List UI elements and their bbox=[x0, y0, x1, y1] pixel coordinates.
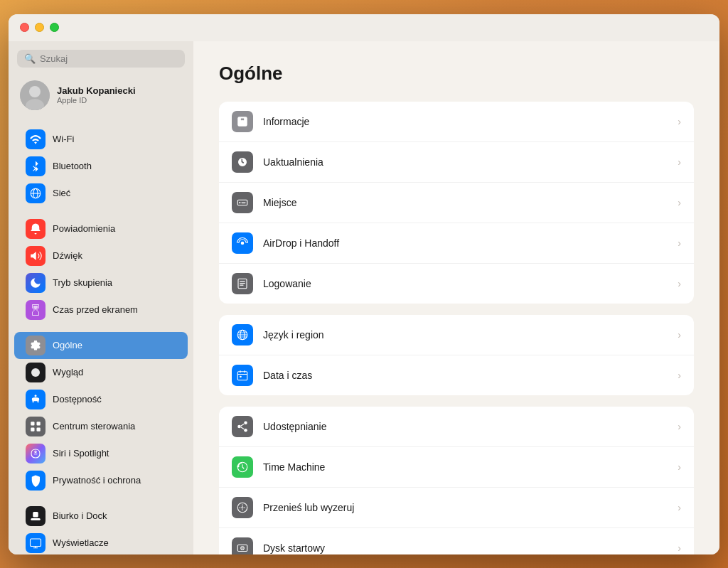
svg-rect-12 bbox=[37, 427, 41, 431]
search-input[interactable] bbox=[40, 53, 178, 64]
chevron-icon: › bbox=[678, 370, 681, 381]
svg-line-45 bbox=[241, 427, 245, 429]
chevron-icon: › bbox=[678, 116, 681, 127]
sidebar-item-tryb-skupienia[interactable]: Tryb skupienia bbox=[14, 269, 188, 296]
user-info: Jakub Kopaniecki Apple ID bbox=[57, 85, 136, 105]
row-label: Uaktualnienia bbox=[263, 156, 668, 168]
sidebar-item-label: Ogólne bbox=[53, 340, 82, 350]
settings-row-logowanie[interactable]: Logowanie › bbox=[219, 264, 694, 304]
svg-rect-29 bbox=[240, 282, 245, 283]
sidebar-item-label: Wygląd bbox=[53, 367, 83, 377]
svg-line-44 bbox=[241, 424, 245, 426]
title-bar bbox=[9, 14, 719, 41]
settings-row-timemachine[interactable]: Time Machine › bbox=[219, 447, 694, 488]
chevron-icon: › bbox=[678, 329, 681, 341]
sidebar-item-label: Siri i Spotlight bbox=[53, 448, 109, 459]
svg-rect-20 bbox=[241, 118, 245, 119]
sidebar-item-czas-ekran[interactable]: Czas przed ekranem bbox=[14, 296, 188, 323]
sidebar: 🔍 Jakub Kopaniecki Apple ID bbox=[9, 41, 193, 554]
sidebar-item-dzwiek[interactable]: Dźwięk bbox=[14, 242, 188, 269]
system-preferences-window: 🔍 Jakub Kopaniecki Apple ID bbox=[9, 14, 719, 554]
row-label: AirDrop i Handoff bbox=[263, 237, 668, 249]
svg-point-43 bbox=[244, 429, 247, 432]
bluetooth-icon bbox=[26, 156, 46, 176]
privacy-icon bbox=[26, 471, 46, 491]
gear-icon bbox=[26, 336, 46, 355]
sidebar-item-wifi[interactable]: Wi-Fi bbox=[14, 126, 188, 153]
control-center-icon bbox=[26, 417, 46, 436]
close-button[interactable] bbox=[20, 23, 29, 32]
accessibility-icon bbox=[26, 390, 46, 409]
sidebar-item-biurko[interactable]: Biurko i Dock bbox=[14, 503, 188, 530]
sidebar-item-dostepnosc[interactable]: Dostępność bbox=[14, 386, 188, 413]
search-bar[interactable]: 🔍 bbox=[17, 50, 185, 68]
sidebar-item-wyglad[interactable]: Wygląd bbox=[14, 359, 188, 386]
svg-rect-15 bbox=[31, 539, 41, 547]
sidebar-item-label: Biurko i Dock bbox=[53, 510, 107, 521]
settings-group-3: Udostępnianie › Time Machine › Przenieś … bbox=[219, 407, 694, 554]
row-label: Time Machine bbox=[263, 461, 668, 473]
settings-row-dysk[interactable]: Dysk startowy › bbox=[219, 528, 694, 554]
sidebar-item-powiadomienia[interactable]: Powiadomienia bbox=[14, 215, 188, 242]
settings-row-uaktualnienia[interactable]: Uaktualnienia › bbox=[219, 142, 694, 183]
siri-icon bbox=[26, 444, 46, 463]
svg-point-24 bbox=[239, 201, 240, 203]
wifi-icon bbox=[26, 129, 46, 149]
svg-point-7 bbox=[31, 368, 40, 377]
settings-row-jezyk[interactable]: Język i region › bbox=[219, 315, 694, 355]
settings-row-airdrop[interactable]: AirDrop i Handoff › bbox=[219, 223, 694, 264]
svg-rect-36 bbox=[237, 371, 247, 380]
moon-icon bbox=[26, 273, 46, 293]
sidebar-section-network: Wi-Fi Bluetooth Sieć bbox=[9, 124, 193, 208]
sidebar-item-siec[interactable]: Sieć bbox=[14, 180, 188, 207]
row-label: Logowanie bbox=[263, 278, 668, 289]
sidebar-item-centrum[interactable]: Centrum sterowania bbox=[14, 413, 188, 440]
sidebar-item-label: Powiadomienia bbox=[53, 223, 115, 234]
maximize-button[interactable] bbox=[50, 23, 59, 32]
sidebar-item-bluetooth[interactable]: Bluetooth bbox=[14, 153, 188, 180]
svg-point-41 bbox=[244, 421, 247, 424]
chevron-icon: › bbox=[678, 237, 681, 249]
sidebar-item-label: Dostępność bbox=[53, 394, 102, 404]
airdrop-icon bbox=[232, 232, 253, 254]
settings-row-przenies[interactable]: Przenieś lub wyzeruj › bbox=[219, 488, 694, 528]
minimize-button[interactable] bbox=[35, 23, 44, 32]
chevron-icon: › bbox=[678, 156, 681, 168]
svg-point-1 bbox=[29, 86, 41, 97]
storage-icon bbox=[232, 192, 253, 213]
svg-rect-9 bbox=[31, 422, 34, 425]
settings-row-informacje[interactable]: Informacje › bbox=[219, 102, 694, 142]
sidebar-item-wyswietlacze[interactable]: Wyświetlacze bbox=[14, 530, 188, 554]
sidebar-item-label: Wyświetlacze bbox=[53, 537, 109, 548]
settings-row-miejsce[interactable]: Miejsce › bbox=[219, 183, 694, 223]
update-icon bbox=[232, 151, 253, 173]
chevron-icon: › bbox=[678, 278, 681, 289]
calendar-icon bbox=[232, 365, 253, 386]
settings-group-1: Informacje › Uaktualnienia › Miejsce › bbox=[219, 102, 694, 304]
sidebar-item-prywatnosc[interactable]: Prywatność i ochrona bbox=[14, 467, 188, 494]
svg-rect-30 bbox=[240, 284, 243, 285]
svg-rect-13 bbox=[31, 518, 41, 520]
settings-row-udostepnianie[interactable]: Udostępnianie › bbox=[219, 407, 694, 447]
info-icon bbox=[232, 111, 253, 132]
svg-point-42 bbox=[237, 424, 241, 428]
sidebar-item-siri[interactable]: Siri i Spotlight bbox=[14, 440, 188, 467]
sharing-icon bbox=[232, 416, 253, 437]
chevron-icon: › bbox=[678, 461, 681, 473]
sidebar-section-notifications: Powiadomienia Dźwięk Tryb skupienia bbox=[9, 214, 193, 325]
row-label: Dysk startowy bbox=[263, 542, 668, 554]
user-subtitle: Apple ID bbox=[57, 96, 136, 105]
user-profile[interactable]: Jakub Kopaniecki Apple ID bbox=[9, 76, 193, 119]
settings-row-data[interactable]: Data i czas › bbox=[219, 355, 694, 395]
svg-rect-11 bbox=[31, 427, 34, 431]
row-label: Miejsce bbox=[263, 197, 668, 208]
sidebar-item-ogolne[interactable]: Ogólne bbox=[14, 332, 188, 359]
sidebar-section-general: Ogólne Wygląd Dostępność bbox=[9, 331, 193, 495]
search-icon: 🔍 bbox=[24, 53, 36, 64]
sidebar-item-label: Centrum sterowania bbox=[53, 421, 135, 432]
chevron-icon: › bbox=[678, 197, 681, 208]
chevron-icon: › bbox=[678, 502, 681, 513]
row-label: Informacje bbox=[263, 116, 668, 127]
settings-group-2: Język i region › Data i czas › bbox=[219, 315, 694, 395]
svg-rect-22 bbox=[242, 120, 244, 121]
